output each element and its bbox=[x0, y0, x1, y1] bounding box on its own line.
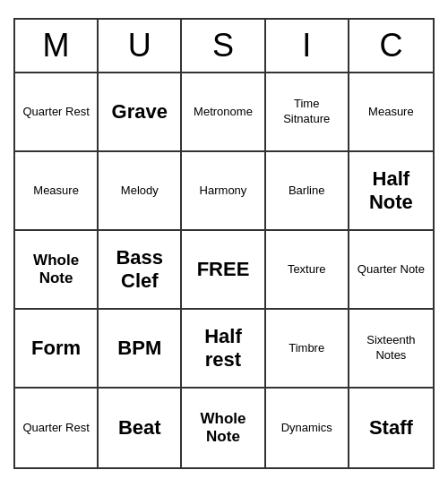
grid-cell-13: Texture bbox=[266, 231, 349, 310]
cell-text-11: Bass Clef bbox=[102, 246, 177, 294]
grid-cell-0: Quarter Rest bbox=[15, 73, 99, 152]
cell-text-20: Quarter Rest bbox=[22, 421, 89, 436]
grid-cell-8: Barline bbox=[266, 152, 349, 231]
cell-text-10: Whole Note bbox=[19, 252, 93, 288]
grid-cell-19: Sixteenth Notes bbox=[349, 310, 433, 389]
bingo-card: MUSIC Quarter RestGraveMetronomeTime Sit… bbox=[13, 18, 435, 469]
cell-text-21: Beat bbox=[118, 416, 161, 440]
grid-cell-11: Bass Clef bbox=[99, 231, 182, 310]
bingo-grid: Quarter RestGraveMetronomeTime Sitnature… bbox=[15, 73, 433, 467]
grid-cell-23: Dynamics bbox=[266, 389, 349, 467]
cell-text-6: Melody bbox=[121, 184, 159, 199]
cell-text-2: Metronome bbox=[194, 105, 253, 120]
grid-cell-9: Half Note bbox=[349, 152, 433, 231]
grid-cell-21: Beat bbox=[99, 389, 182, 467]
header-row: MUSIC bbox=[15, 20, 433, 73]
cell-text-0: Quarter Rest bbox=[22, 105, 89, 120]
cell-text-24: Staff bbox=[369, 416, 413, 440]
cell-text-9: Half Note bbox=[353, 167, 429, 215]
cell-text-16: BPM bbox=[117, 337, 161, 360]
grid-cell-6: Melody bbox=[99, 152, 182, 231]
cell-text-22: Whole Note bbox=[185, 410, 260, 447]
cell-text-19: Sixteenth Notes bbox=[353, 333, 429, 363]
grid-cell-14: Quarter Note bbox=[349, 231, 433, 310]
grid-cell-20: Quarter Rest bbox=[15, 389, 99, 467]
grid-cell-1: Grave bbox=[99, 73, 182, 152]
cell-text-14: Quarter Note bbox=[358, 262, 425, 278]
cell-text-23: Dynamics bbox=[281, 421, 332, 436]
header-cell-s: S bbox=[182, 20, 265, 72]
cell-text-17: Half rest bbox=[185, 325, 260, 372]
cell-text-7: Harmony bbox=[200, 184, 247, 199]
grid-cell-4: Measure bbox=[349, 73, 433, 152]
cell-text-3: Time Sitnature bbox=[270, 97, 344, 127]
grid-cell-22: Whole Note bbox=[182, 389, 265, 467]
grid-cell-10: Whole Note bbox=[15, 231, 99, 310]
cell-text-18: Timbre bbox=[289, 341, 324, 356]
grid-cell-12: FREE bbox=[182, 231, 265, 310]
grid-cell-7: Harmony bbox=[182, 152, 265, 231]
cell-text-1: Grave bbox=[112, 100, 168, 124]
grid-cell-3: Time Sitnature bbox=[266, 73, 349, 152]
cell-text-8: Barline bbox=[289, 184, 324, 199]
grid-cell-18: Timbre bbox=[266, 310, 349, 389]
cell-text-4: Measure bbox=[368, 105, 414, 120]
grid-cell-24: Staff bbox=[349, 389, 433, 467]
cell-text-12: FREE bbox=[197, 258, 250, 281]
grid-cell-15: Form bbox=[15, 310, 99, 389]
cell-text-5: Measure bbox=[33, 184, 79, 199]
grid-cell-5: Measure bbox=[15, 152, 99, 231]
header-cell-i: I bbox=[266, 20, 349, 72]
header-cell-m: M bbox=[15, 20, 99, 72]
cell-text-13: Texture bbox=[288, 262, 326, 278]
header-cell-u: U bbox=[99, 20, 182, 72]
header-cell-c: C bbox=[349, 20, 433, 72]
cell-text-15: Form bbox=[31, 337, 81, 360]
grid-cell-17: Half rest bbox=[182, 310, 265, 389]
grid-cell-16: BPM bbox=[99, 310, 182, 389]
grid-cell-2: Metronome bbox=[182, 73, 265, 152]
